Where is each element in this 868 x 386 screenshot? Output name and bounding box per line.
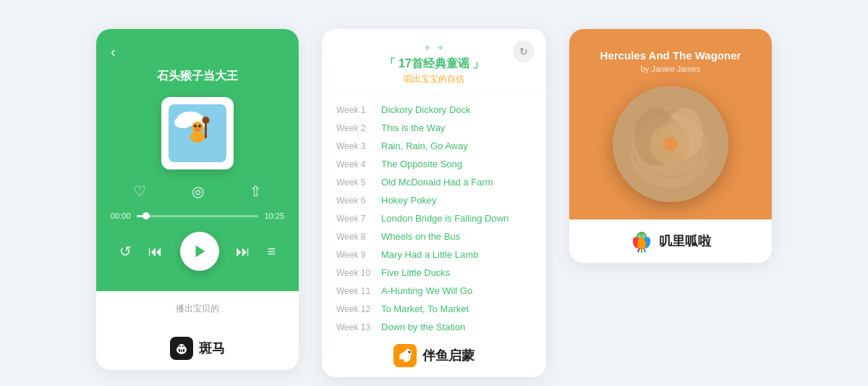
favorite-button[interactable]: ♡ — [133, 182, 146, 200]
song-name-label: This is the Way — [381, 122, 445, 133]
book-cover: Hercules And The Wagoner by Janiee James — [569, 29, 772, 219]
song-week-label: Week 11 — [336, 286, 374, 296]
playlist-button[interactable]: ≡ — [268, 243, 276, 260]
playback-controls: ↺ ⏮ ⏭ ≡ — [111, 232, 284, 271]
svg-point-8 — [195, 127, 200, 132]
song-list: Week 1Dickory Dickory DockWeek 2This is … — [322, 95, 546, 334]
list-app-name: 伴鱼启蒙 — [422, 347, 475, 364]
svg-point-44 — [643, 235, 644, 237]
disc-hole — [663, 137, 678, 151]
book-title: Hercules And The Wagoner — [600, 49, 741, 62]
back-button[interactable]: ‹ — [111, 43, 116, 60]
song-name-label: London Bridge is Falling Down — [381, 213, 509, 224]
song-week-label: Week 4 — [336, 159, 374, 169]
music-player-section: ‹ 石头猴子当大王 — [96, 29, 299, 291]
time-current: 00:00 — [111, 211, 131, 220]
list-item[interactable]: Week 2This is the Way — [322, 119, 546, 137]
time-total: 10:25 — [264, 211, 284, 220]
song-week-label: Week 6 — [336, 196, 374, 206]
song-week-label: Week 2 — [336, 123, 374, 133]
svg-point-18 — [179, 345, 181, 347]
progress-dot — [142, 212, 150, 219]
list-item[interactable]: Week 4The Opposite Song — [322, 155, 546, 173]
list-item[interactable]: Week 5Old McDonald Had a Farm — [322, 173, 546, 191]
svg-point-10 — [203, 117, 210, 124]
main-container: ‹ 石头猴子当大王 — [67, 0, 801, 386]
svg-point-22 — [404, 349, 412, 356]
svg-rect-9 — [205, 122, 207, 138]
song-week-label: Week 1 — [336, 105, 374, 115]
list-item[interactable]: Week 6Hokey Pokey — [322, 191, 546, 209]
play-button[interactable] — [180, 232, 219, 271]
stars-decoration: ✦✦ — [336, 42, 532, 54]
list-item[interactable]: Week 10Five Little Ducks — [322, 264, 546, 282]
music-footer: 播出宝贝的 — [96, 291, 299, 327]
song-week-label: Week 10 — [336, 268, 374, 278]
music-app-footer: 斑马 — [96, 327, 299, 370]
svg-point-17 — [179, 344, 184, 350]
book-disc — [613, 86, 728, 202]
song-week-label: Week 7 — [336, 214, 374, 224]
list-item[interactable]: Week 1Dickory Dickory Dock — [322, 101, 546, 119]
song-name-label: Five Little Ducks — [381, 267, 450, 278]
song-name-label: Old McDonald Had a Farm — [381, 177, 493, 188]
progress-bar[interactable] — [137, 215, 259, 217]
song-name-label: Wheels on the Bus — [381, 231, 460, 242]
music-secondary-controls: ♡ ◎ ⇧ — [111, 182, 284, 200]
music-app-name: 斑马 — [199, 340, 225, 357]
song-name-label: Hokey Pokey — [381, 195, 437, 206]
song-name-label: Down by the Station — [381, 322, 465, 332]
progress-fill — [137, 215, 142, 217]
music-title: 石头猴子当大王 — [111, 69, 284, 84]
music-subtitle: 播出宝贝的 — [108, 303, 287, 315]
song-name-label: Rain, Rain, Go Away — [381, 140, 468, 151]
list-item[interactable]: Week 12To Market, To Market — [322, 300, 546, 318]
fish-app-icon — [393, 344, 417, 367]
list-item[interactable]: Week 8Wheels on the Bus — [322, 227, 546, 246]
book-app-name: 叽里呱啦 — [659, 232, 711, 250]
svg-point-23 — [409, 351, 411, 353]
song-week-label: Week 12 — [336, 304, 374, 314]
progress-bar-row: 00:00 10:25 — [111, 211, 284, 220]
list-header-title: 「 17首经典童谣 」 — [336, 56, 532, 72]
svg-point-7 — [198, 125, 201, 127]
parrot-app-icon — [630, 230, 653, 253]
song-name-label: The Opposite Song — [381, 159, 462, 169]
song-name-label: Dickory Dickory Dock — [381, 104, 471, 115]
next-button[interactable]: ⏭ — [236, 243, 250, 260]
book-app-footer: 叽里呱啦 — [569, 219, 772, 263]
svg-point-43 — [639, 235, 640, 237]
prev-button[interactable]: ⏮ — [148, 243, 163, 260]
svg-point-6 — [194, 125, 197, 127]
alarm-button[interactable]: ◎ — [192, 182, 204, 200]
list-item[interactable]: Week 7London Bridge is Falling Down — [322, 209, 546, 227]
list-item[interactable]: Week 3Rain, Rain, Go Away — [322, 137, 546, 155]
song-week-label: Week 13 — [336, 322, 374, 332]
song-name-label: Mary Had a Little Lamb — [381, 249, 478, 260]
song-list-card: ✦✦ 「 17首经典童谣 」 唱出宝宝的自信 ↻ Week 1Dickory D… — [322, 29, 546, 377]
svg-marker-11 — [196, 246, 205, 258]
song-week-label: Week 5 — [336, 177, 374, 188]
share-button[interactable]: ⇧ — [250, 182, 262, 200]
svg-point-19 — [182, 345, 184, 347]
list-item[interactable]: Week 13Down by the Station — [322, 318, 546, 334]
list-item[interactable]: Week 9Mary Had a Little Lamb — [322, 246, 546, 264]
svg-point-24 — [400, 359, 404, 362]
album-art — [161, 97, 234, 169]
svg-point-2 — [174, 117, 192, 128]
song-name-label: To Market, To Market — [381, 303, 469, 314]
repeat-button[interactable]: ↺ — [119, 243, 132, 260]
refresh-button[interactable]: ↻ — [513, 41, 535, 62]
list-app-footer: 伴鱼启蒙 — [322, 334, 546, 377]
list-header: ✦✦ 「 17首经典童谣 」 唱出宝宝的自信 — [322, 29, 546, 95]
book-author: by Janiee James — [641, 64, 701, 73]
list-item[interactable]: Week 11A-Hunting We Will Go — [322, 282, 546, 300]
zebra-app-icon — [170, 337, 193, 360]
svg-point-47 — [637, 238, 646, 250]
song-week-label: Week 8 — [336, 232, 374, 242]
song-week-label: Week 9 — [336, 250, 374, 260]
song-week-label: Week 3 — [336, 141, 374, 151]
list-header-wrapper: ✦✦ 「 17首经典童谣 」 唱出宝宝的自信 ↻ — [322, 29, 546, 95]
list-header-subtitle: 唱出宝宝的自信 — [336, 73, 532, 85]
music-player-card: ‹ 石头猴子当大王 — [96, 29, 299, 370]
